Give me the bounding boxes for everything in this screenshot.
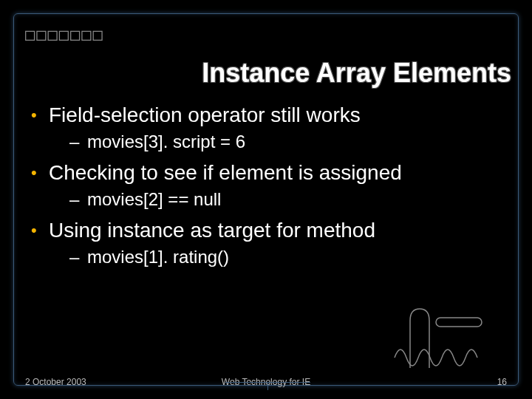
footer-page: 16 [497, 377, 507, 387]
slide-title: Instance Array Elements [0, 58, 511, 89]
slide-content: Field-selection operator still works mov… [30, 103, 510, 276]
bullet-item: movies[2] == null [30, 189, 510, 210]
bullet-item: movies[3]. script = 6 [30, 132, 510, 152]
bullet-item: Field-selection operator still works [30, 103, 510, 127]
svg-rect-0 [436, 318, 482, 327]
decorative-squiggle [384, 304, 488, 371]
corner-glyphs: □□□□□□□ [25, 25, 104, 44]
bullet-item: movies[1]. rating() [30, 247, 510, 267]
footer-tick [267, 383, 268, 390]
bullet-item: Checking to see if element is assigned [30, 161, 510, 185]
bullet-item: Using instance as target for method [30, 219, 510, 242]
